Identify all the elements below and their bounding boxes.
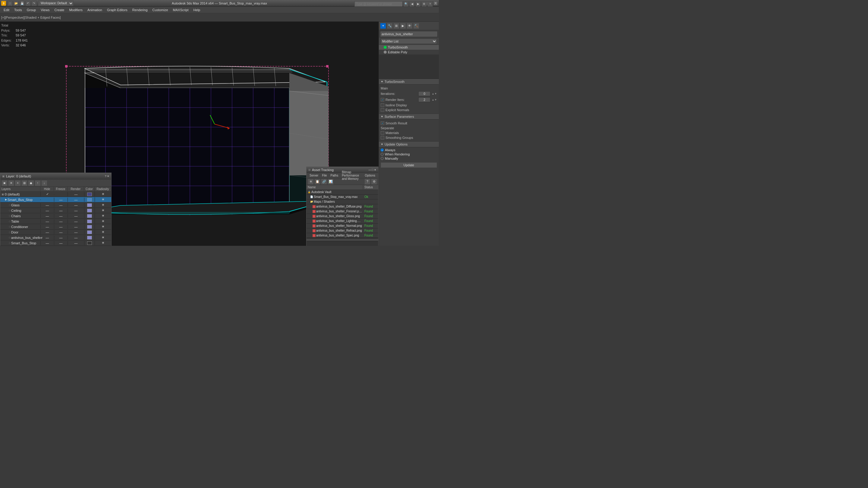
layer-rad-default[interactable]: ☀	[95, 192, 111, 196]
iterations-input[interactable]	[418, 91, 430, 96]
layers-highlight-btn[interactable]: ◆	[28, 180, 34, 186]
at-scrollbar-h[interactable]	[307, 238, 378, 241]
layer-color-antivirus[interactable]	[84, 235, 95, 240]
layer-render-chairs[interactable]: —	[67, 214, 84, 218]
layer-rad-chairs[interactable]: ☀	[95, 214, 111, 218]
panel-display[interactable]: 👁	[407, 23, 412, 29]
layer-render-smartbus2[interactable]: —	[67, 241, 84, 245]
layer-render-conditioner[interactable]: —	[67, 225, 84, 229]
at-row-gloss[interactable]: i antivirus_bus_shelter_Gloss.png Found	[307, 214, 378, 219]
menu-customize[interactable]: Customize	[150, 7, 170, 13]
object-name-input[interactable]	[380, 31, 438, 37]
search-nav1[interactable]: ◀	[409, 1, 415, 7]
layer-hide-chairs[interactable]: —	[40, 214, 54, 218]
layers-add-btn[interactable]: +	[15, 180, 21, 186]
search-settings[interactable]: ⚙	[421, 1, 427, 7]
render-iters-input[interactable]	[418, 97, 430, 102]
layer-hide-smartbus[interactable]	[40, 199, 54, 200]
layers-close[interactable]: ✕	[107, 175, 110, 178]
modifier-select[interactable]: Modifier List	[381, 38, 437, 44]
isoline-checkbox[interactable]	[381, 103, 384, 107]
when-rendering-radio-row[interactable]: When Rendering	[381, 152, 437, 156]
layer-hide-ceiling[interactable]: —	[40, 208, 54, 213]
layer-hide-smartbus2[interactable]: —	[40, 241, 54, 245]
layer-freeze-glass[interactable]: —	[54, 203, 67, 207]
at-row-refract[interactable]: i antivirus_bus_shelter_Refract.png Foun…	[307, 228, 378, 233]
menu-tools[interactable]: Tools	[12, 7, 24, 13]
at-close[interactable]: ✕	[374, 168, 376, 171]
at-row-spec[interactable]: i antivirus_bus_shelter_Spec.png Found	[307, 233, 378, 238]
layer-rad-antivirus[interactable]: ☀	[95, 235, 111, 240]
at-help[interactable]: ?	[364, 178, 370, 185]
at-btn2[interactable]: 📋	[314, 178, 320, 185]
redo-btn[interactable]: ↷	[31, 1, 37, 6]
menu-create[interactable]: Create	[52, 7, 67, 13]
layer-color-table[interactable]	[84, 219, 95, 224]
layer-freeze-antivirus[interactable]: —	[54, 235, 67, 240]
menu-edit[interactable]: Edit	[1, 7, 12, 13]
layer-rad-table[interactable]: ☀	[95, 219, 111, 224]
search-button[interactable]: 🔍	[403, 1, 409, 7]
layer-hide-default[interactable]: ✓	[40, 192, 54, 196]
always-radio-row[interactable]: Always	[381, 148, 437, 152]
layer-color-default[interactable]	[84, 192, 95, 196]
at-row-vault[interactable]: 🔒 Autodesk Vault	[307, 190, 378, 195]
layer-color-smartbus[interactable]	[84, 198, 95, 202]
layer-render-ceiling[interactable]: —	[67, 208, 84, 213]
at-row-maps[interactable]: 📁 Maps / Shaders	[307, 199, 378, 204]
at-menu-server[interactable]: Server	[308, 173, 320, 177]
layer-row-glass[interactable]: ◇ Glass — — — ☀	[0, 202, 111, 208]
menu-views[interactable]: Views	[38, 7, 52, 13]
modifier-editablepoly[interactable]: Editable Poly	[379, 50, 439, 55]
layer-color-conditioner[interactable]	[84, 225, 95, 229]
always-radio[interactable]	[381, 149, 384, 152]
layer-freeze-chairs[interactable]: —	[54, 214, 67, 218]
smoothing-checkbox[interactable]	[381, 136, 384, 139]
at-btn3[interactable]: 🔗	[321, 178, 327, 185]
layer-freeze-smartbus2[interactable]: —	[54, 241, 67, 245]
layer-rad-ceiling[interactable]: ☀	[95, 208, 111, 213]
layer-row-smartbus2[interactable]: ◇ Smart_Bus_Stop — — — ☀	[0, 240, 111, 246]
layer-render-antivirus[interactable]: —	[67, 235, 84, 240]
at-row-normal[interactable]: i antivirus_bus_shelter_Normal.png Found	[307, 224, 378, 228]
render-iters-spinner[interactable]: ▲▼	[432, 98, 437, 101]
layer-rad-smartbus2[interactable]: ☀	[95, 241, 111, 245]
layer-hide-conditioner[interactable]: —	[40, 225, 54, 229]
render-iters-checkbox[interactable]	[381, 98, 384, 101]
layers-move-btn[interactable]: ↑	[35, 180, 41, 186]
manually-radio-row[interactable]: Manually	[381, 156, 437, 161]
layer-freeze-door[interactable]: —	[54, 230, 67, 234]
layer-freeze-smartbus[interactable]: —	[54, 198, 67, 202]
search-help[interactable]: ?	[427, 1, 433, 7]
layer-render-default[interactable]: —	[67, 192, 84, 196]
materials-checkbox[interactable]	[381, 131, 384, 135]
undo-btn[interactable]: ↶	[25, 1, 31, 6]
at-row-lighting[interactable]: i antivirus_bus_shelter_Lighting.png Fou…	[307, 219, 378, 224]
layers-help[interactable]: ?	[105, 175, 106, 178]
at-menu-options[interactable]: Options	[363, 173, 377, 177]
layer-color-chairs[interactable]	[84, 214, 95, 218]
at-menu-paths[interactable]: Paths	[329, 173, 340, 177]
at-row-maxfile[interactable]: 📄 Smart_Bus_Stop_max_vray.max Ok	[307, 195, 378, 199]
layer-freeze-table[interactable]: —	[54, 219, 67, 224]
layer-row-conditioner[interactable]: ◇ Conditioner — — — ☀	[0, 224, 111, 230]
layer-hide-door[interactable]: —	[40, 230, 54, 234]
when-rendering-radio[interactable]	[381, 153, 384, 156]
menu-maxscript[interactable]: MAXScript	[170, 7, 191, 13]
layer-freeze-conditioner[interactable]: —	[54, 225, 67, 229]
update-button[interactable]: Update	[381, 162, 437, 168]
layer-rad-smartbus[interactable]: ☀	[95, 197, 111, 202]
menu-group[interactable]: Group	[24, 7, 38, 13]
new-btn[interactable]: □	[7, 1, 13, 6]
layer-color-door[interactable]	[84, 230, 95, 234]
iterations-spinner[interactable]: ▲▼	[432, 92, 437, 95]
layer-row-smartbus[interactable]: ▶ Smart_Bus_Stop — — ☀	[0, 197, 111, 202]
smooth-result-checkbox[interactable]	[381, 121, 384, 125]
panel-utilities[interactable]: 🔨	[413, 23, 419, 29]
close-btn[interactable]: ✕	[433, 1, 438, 5]
layers-down-btn[interactable]: ↓	[41, 180, 47, 186]
layer-rad-conditioner[interactable]: ☀	[95, 224, 111, 229]
layer-hide-glass[interactable]: —	[40, 203, 54, 207]
menu-animation[interactable]: Animation	[85, 7, 104, 13]
menu-help[interactable]: Help	[191, 7, 203, 13]
